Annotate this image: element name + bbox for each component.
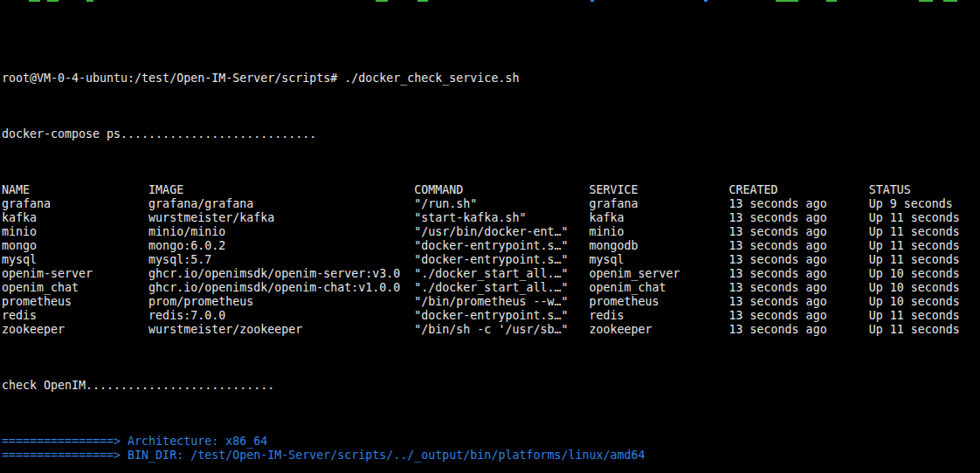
clipped-line-fragment — [704, 0, 707, 2]
prompt-line: root@VM-0-4-ubuntu:/test/Open-IM-Server/… — [2, 72, 980, 86]
docker-ps-table: NAME IMAGE COMMAND SERVICE CREATED STATU… — [2, 183, 980, 337]
clipped-previous-line — [0, 0, 980, 3]
architecture-line: ================> Architecture: x86_64 — [2, 435, 980, 449]
clipped-line-fragment — [776, 0, 798, 2]
table-row: openim_chat ghcr.io/openimsdk/openim-cha… — [2, 281, 980, 295]
clipped-line-fragment — [29, 0, 40, 2]
table-row: mongo mongo:6.0.2 "docker-entrypoint.s…"… — [2, 239, 980, 253]
clipped-line-fragment — [376, 0, 388, 2]
clipped-line-fragment — [590, 0, 594, 2]
command-text: ./docker_check_service.sh — [344, 72, 519, 85]
clipped-line-fragment — [47, 0, 59, 2]
clipped-line-fragment — [943, 0, 957, 2]
table-row: prometheus prom/prometheus "/bin/prometh… — [2, 295, 980, 309]
table-row: openim-server ghcr.io/openimsdk/openim-s… — [2, 267, 980, 281]
terminal-window[interactable]: root@VM-0-4-ubuntu:/test/Open-IM-Server/… — [0, 0, 980, 473]
table-row: grafana grafana/grafana "/run.sh" grafan… — [2, 197, 980, 211]
table-row: redis redis:7.0.0 "docker-entrypoint.s…"… — [2, 309, 980, 323]
docker-compose-ps-line: docker-compose ps.......................… — [2, 127, 980, 141]
architecture-section: ================> Architecture: x86_64==… — [2, 435, 980, 463]
table-header-row: NAME IMAGE COMMAND SERVICE CREATED STATU… — [2, 183, 980, 197]
clipped-line-fragment — [86, 0, 93, 2]
table-row: minio minio/minio "/usr/bin/docker-ent…"… — [2, 225, 980, 239]
architecture-line: ================> BIN_DIR: /test/Open-IM… — [2, 449, 980, 463]
clipped-line-fragment — [919, 0, 933, 2]
clipped-line-fragment — [826, 0, 837, 2]
table-row: mysql mysql:5.7 "docker-entrypoint.s…" m… — [2, 253, 980, 267]
clipped-line-fragment — [418, 0, 428, 2]
shell-prompt: root@VM-0-4-ubuntu:/test/Open-IM-Server/… — [2, 72, 337, 85]
table-row: zookeeper wurstmeister/zookeeper "/bin/s… — [2, 323, 980, 337]
table-row: kafka wurstmeister/kafka "start-kafka.sh… — [2, 211, 980, 225]
check-openim-line: check OpenIM........................... — [2, 379, 980, 393]
